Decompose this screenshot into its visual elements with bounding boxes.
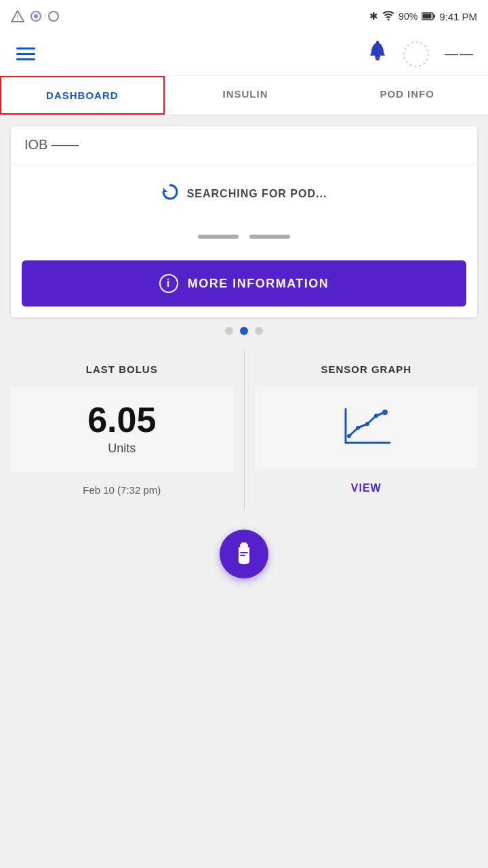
info-circle-icon: i: [159, 274, 178, 293]
svg-point-20: [382, 410, 388, 415]
more-info-label: MORE INFORMATION: [188, 277, 329, 291]
app-header: ——: [0, 33, 488, 76]
searching-row: SEARCHING FOR POD...: [11, 164, 477, 218]
header-right: ——: [367, 39, 474, 69]
tab-insulin[interactable]: INSULIN: [165, 76, 327, 115]
status-bar-left: !: [11, 10, 60, 22]
last-bolus-section: LAST BOLUS 6.05 Units Feb 10 (7:32 pm): [11, 350, 245, 509]
more-information-button[interactable]: i MORE INFORMATION: [22, 260, 466, 307]
bolus-box: 6.05 Units: [11, 386, 233, 472]
header-dash-label: ——: [445, 46, 474, 62]
pagination-dots: [0, 317, 488, 344]
sensor-graph-section: SENSOR GRAPH VIEW: [245, 350, 478, 509]
time-text: 9:41 PM: [439, 11, 477, 22]
fab-icon: [231, 541, 257, 567]
notification-dot-icon: [30, 10, 42, 22]
bluetooth-icon: ✱: [369, 10, 378, 22]
svg-rect-8: [423, 14, 432, 19]
svg-point-10: [375, 58, 380, 60]
hamburger-line-1: [16, 47, 35, 50]
pagination-dot-3[interactable]: [255, 327, 263, 335]
wifi-icon: [382, 11, 394, 22]
tab-bar: DASHBOARD INSULIN POD INFO: [0, 76, 488, 115]
iob-row: IOB ——: [11, 126, 477, 164]
status-bar: ! ✱ 90% 9:41 PM: [0, 0, 488, 33]
pagination-dot-1[interactable]: [225, 327, 233, 335]
battery-icon: [422, 12, 435, 20]
tab-dashboard[interactable]: DASHBOARD: [0, 76, 165, 115]
svg-point-4: [49, 12, 58, 21]
warning-icon: !: [11, 10, 24, 22]
fab-button[interactable]: [220, 530, 268, 578]
iob-value: ——: [52, 137, 79, 152]
svg-point-5: [388, 18, 390, 20]
hamburger-line-2: [16, 53, 35, 55]
status-bar-right: ✱ 90% 9:41 PM: [369, 10, 477, 22]
svg-point-3: [34, 14, 38, 18]
graph-icon: [339, 402, 393, 452]
bell-icon[interactable]: [367, 41, 388, 67]
svg-rect-24: [241, 542, 247, 545]
tab-pod-info[interactable]: POD INFO: [326, 76, 488, 115]
svg-point-12: [404, 42, 428, 66]
svg-point-18: [365, 422, 369, 426]
svg-rect-22: [240, 552, 248, 553]
hamburger-line-3: [16, 58, 35, 60]
dashes-row: [11, 218, 477, 260]
svg-point-16: [347, 434, 351, 438]
svg-point-11: [376, 41, 379, 43]
bottom-section: LAST BOLUS 6.05 Units Feb 10 (7:32 pm) S…: [11, 350, 477, 509]
sensor-graph-title: SENSOR GRAPH: [321, 363, 411, 375]
ring-icon: [47, 10, 60, 22]
bolus-value: 6.05: [87, 402, 156, 437]
battery-text: 90%: [399, 11, 418, 22]
dash-bar-1: [198, 235, 239, 239]
sensor-box: [256, 386, 478, 469]
svg-point-17: [356, 426, 360, 430]
svg-rect-7: [434, 15, 436, 18]
svg-rect-9: [375, 56, 380, 58]
bolus-units: Units: [108, 441, 136, 456]
iob-label: IOB: [24, 137, 47, 152]
svg-marker-13: [163, 188, 167, 192]
svg-point-19: [374, 414, 378, 418]
menu-button[interactable]: [14, 45, 38, 63]
pagination-dot-2[interactable]: [240, 327, 248, 335]
last-bolus-title: LAST BOLUS: [86, 363, 158, 375]
bolus-date: Feb 10 (7:32 pm): [83, 484, 161, 496]
profile-circle-icon: [401, 39, 431, 69]
searching-text: SEARCHING FOR POD...: [187, 188, 327, 200]
refresh-icon: [161, 183, 179, 205]
dash-bar-2: [249, 235, 290, 239]
svg-text:!: !: [17, 14, 19, 22]
svg-rect-23: [240, 555, 245, 556]
view-link[interactable]: VIEW: [351, 482, 382, 494]
pod-card: IOB —— SEARCHING FOR POD... i MORE INFOR…: [11, 126, 477, 317]
fab-container: [0, 509, 488, 592]
